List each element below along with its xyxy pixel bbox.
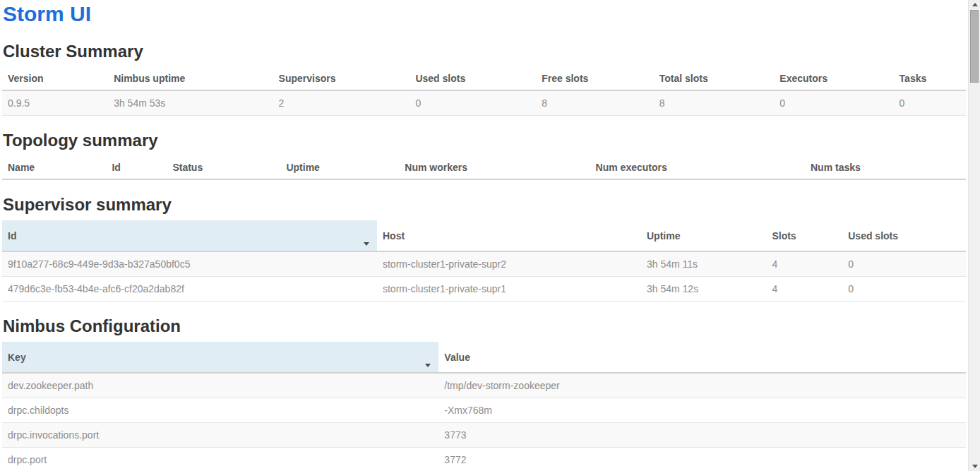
table-row: 9f10a277-68c9-449e-9d3a-b327a50bf0c5 sto… (2, 251, 966, 277)
column-header-used-slots[interactable]: Used slots (410, 67, 536, 90)
scrollbar-down-button[interactable] (969, 461, 980, 471)
table-row: dev.zookeeper.path /tmp/dev-storm-zookee… (2, 373, 966, 398)
cell-config-value: /tmp/dev-storm-zookeeper (438, 373, 966, 398)
cluster-summary-heading: Cluster Summary (3, 41, 966, 62)
cell-config-key: drpc.childopts (2, 398, 438, 423)
table-row: drpc.invocations.port 3773 (2, 423, 966, 448)
column-header-id[interactable]: Id (106, 156, 167, 179)
cell-config-value: -Xmx768m (438, 398, 966, 423)
cell-config-value: 3773 (438, 423, 966, 448)
column-header-key-sorted[interactable]: Key (2, 342, 438, 373)
cell-slots: 4 (766, 251, 842, 277)
nimbus-configuration-heading: Nimbus Configuration (3, 316, 966, 337)
cell-supervisor-id: 9f10a277-68c9-449e-9d3a-b327a50bf0c5 (2, 251, 377, 277)
column-header-value[interactable]: Value (438, 342, 966, 373)
column-header-status[interactable]: Status (167, 156, 280, 179)
column-header-free-slots[interactable]: Free slots (536, 67, 654, 90)
cell-used-slots: 0 (410, 90, 536, 116)
cell-supervisors: 2 (273, 90, 410, 116)
column-header-host[interactable]: Host (377, 220, 641, 251)
sort-desc-icon (425, 364, 431, 367)
cell-slots: 4 (766, 277, 842, 302)
column-header-total-slots[interactable]: Total slots (654, 67, 775, 90)
table-header-row: Version Nimbus uptime Supervisors Used s… (2, 67, 966, 90)
triangle-up-icon (972, 3, 978, 6)
cell-nimbus-uptime: 3h 54m 53s (108, 90, 273, 116)
cell-config-key: dev.zookeeper.path (2, 373, 438, 398)
supervisor-summary-heading: Supervisor summary (3, 194, 966, 215)
table-header-row: Key Value (2, 342, 966, 373)
cell-version: 0.9.5 (2, 90, 108, 116)
column-header-uptime[interactable]: Uptime (280, 156, 399, 179)
cell-tasks: 0 (894, 90, 966, 116)
table-row: 479d6c3e-fb53-4b4e-afc6-cf20a2dab82f sto… (2, 277, 966, 302)
column-header-name[interactable]: Name (2, 156, 106, 179)
table-header-row: Name Id Status Uptime Num workers Num ex… (2, 156, 966, 179)
cell-used-slots: 0 (842, 277, 966, 302)
cell-config-value: 3772 (438, 448, 966, 471)
cluster-summary-table: Version Nimbus uptime Supervisors Used s… (2, 67, 966, 116)
column-header-num-tasks[interactable]: Num tasks (805, 156, 966, 179)
cell-used-slots: 0 (842, 251, 966, 277)
column-header-num-executors[interactable]: Num executors (590, 156, 805, 179)
cell-host: storm-cluster1-private-supr1 (377, 277, 641, 302)
column-header-used-slots[interactable]: Used slots (842, 220, 966, 251)
cell-executors: 0 (774, 90, 893, 116)
table-row: drpc.childopts -Xmx768m (2, 398, 966, 423)
table-row: 0.9.5 3h 54m 53s 2 0 8 8 0 0 (2, 90, 966, 116)
column-header-uptime[interactable]: Uptime (641, 220, 766, 251)
sort-desc-icon (364, 242, 369, 246)
column-header-slots[interactable]: Slots (766, 220, 842, 251)
column-header-nimbus-uptime[interactable]: Nimbus uptime (108, 67, 273, 90)
vertical-scrollbar[interactable] (968, 0, 980, 471)
column-header-num-workers[interactable]: Num workers (399, 156, 590, 179)
cell-total-slots: 8 (654, 90, 775, 116)
topology-summary-table: Name Id Status Uptime Num workers Num ex… (2, 156, 966, 180)
table-row: drpc.port 3772 (2, 448, 966, 471)
cell-uptime: 3h 54m 12s (641, 277, 766, 302)
topology-summary-heading: Topology summary (3, 130, 966, 151)
column-header-tasks[interactable]: Tasks (894, 67, 966, 90)
table-header-row: Id Host Uptime Slots Used slots (2, 220, 966, 251)
triangle-down-icon (972, 465, 978, 468)
column-header-id-sorted[interactable]: Id (2, 220, 377, 251)
cell-config-key: drpc.port (2, 448, 438, 471)
column-header-version[interactable]: Version (2, 67, 108, 90)
scrollbar-up-button[interactable] (969, 0, 980, 10)
column-header-supervisors[interactable]: Supervisors (273, 67, 410, 90)
cell-supervisor-id: 479d6c3e-fb53-4b4e-afc6-cf20a2dab82f (2, 277, 377, 302)
cell-host: storm-cluster1-private-supr2 (377, 251, 641, 277)
nimbus-configuration-table: Key Value dev.zookeeper.path /tmp/dev-st… (2, 342, 966, 471)
supervisor-summary-table: Id Host Uptime Slots Used slots 9f10a277… (2, 220, 966, 302)
page-title[interactable]: Storm UI (3, 1, 966, 26)
cell-uptime: 3h 54m 11s (641, 251, 766, 277)
cell-free-slots: 8 (536, 90, 654, 116)
main-content: Storm UI Cluster Summary Version Nimbus … (0, 0, 968, 471)
cell-config-key: drpc.invocations.port (2, 423, 438, 448)
column-header-executors[interactable]: Executors (774, 67, 893, 90)
scrollbar-thumb[interactable] (970, 10, 979, 83)
